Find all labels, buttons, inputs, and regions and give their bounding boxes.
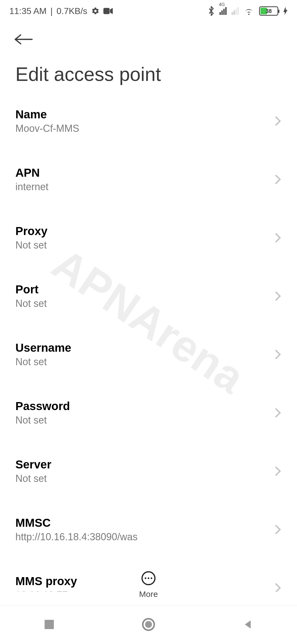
- row-apn[interactable]: APN internet: [0, 157, 297, 201]
- row-value: Moov-Cf-MMS: [15, 123, 79, 134]
- android-nav-bar: [0, 605, 297, 644]
- row-value: Not set: [15, 298, 47, 309]
- row-label: APN: [15, 166, 48, 179]
- signal-4g-icon: 4G: [219, 7, 227, 15]
- status-left: 11:35 AM | 0.7KB/s: [9, 6, 113, 16]
- settings-list: APNArena Name Moov-Cf-MMS APN internet P…: [0, 99, 297, 592]
- row-label: Name: [15, 108, 79, 121]
- row-label: MMSC: [15, 516, 138, 530]
- row-label: Username: [15, 341, 71, 354]
- row-label: Password: [15, 400, 70, 413]
- chevron-right-icon: [274, 349, 282, 360]
- chevron-right-icon: [274, 290, 282, 302]
- battery-percentage: 38: [260, 7, 277, 15]
- chevron-right-icon: [274, 232, 282, 244]
- row-mmsc[interactable]: MMSC http://10.16.18.4:38090/was: [0, 507, 297, 552]
- watermark: APNArena: [43, 238, 254, 403]
- row-label: Proxy: [15, 225, 48, 238]
- row-port[interactable]: Port Not set: [0, 274, 297, 318]
- video-camera-icon: [103, 8, 113, 14]
- charging-bolt-icon: [283, 7, 288, 15]
- row-password[interactable]: Password Not set: [0, 391, 297, 435]
- nav-back-button[interactable]: [242, 619, 254, 631]
- row-label: Server: [15, 458, 51, 471]
- wifi-icon: [244, 7, 254, 15]
- nav-home-button[interactable]: [142, 618, 155, 632]
- battery-icon: 38: [259, 6, 278, 16]
- bottom-toolbar: More: [0, 564, 297, 605]
- status-net-speed: 0.7KB/s: [57, 6, 87, 16]
- chevron-right-icon: [274, 115, 282, 127]
- svg-rect-0: [103, 8, 110, 14]
- network-label: 4G: [219, 2, 225, 7]
- row-value: Not set: [15, 356, 71, 368]
- row-label: Port: [15, 283, 47, 296]
- svg-point-4: [148, 577, 149, 579]
- status-bar: 11:35 AM | 0.7KB/s 4G: [0, 0, 297, 22]
- row-value: http://10.16.18.4:38090/was: [15, 531, 138, 543]
- chevron-right-icon: [274, 465, 282, 477]
- svg-point-8: [145, 621, 152, 628]
- gear-icon: [91, 7, 100, 15]
- row-value: Not set: [15, 414, 70, 426]
- nav-recents-button[interactable]: [43, 619, 55, 631]
- svg-point-3: [145, 577, 146, 579]
- back-arrow-icon[interactable]: [14, 33, 34, 47]
- more-label: More: [139, 590, 158, 599]
- status-separator: |: [50, 6, 53, 16]
- signal-nosim-icon: [232, 7, 239, 15]
- row-username[interactable]: Username Not set: [0, 332, 297, 376]
- status-time: 11:35 AM: [9, 6, 46, 16]
- svg-point-5: [151, 577, 152, 579]
- bluetooth-icon: [208, 6, 215, 16]
- status-right: 4G 38: [208, 6, 288, 16]
- row-server[interactable]: Server Not set: [0, 449, 297, 493]
- row-value: Not set: [15, 473, 51, 484]
- svg-rect-6: [45, 620, 54, 629]
- row-proxy[interactable]: Proxy Not set: [0, 216, 297, 260]
- chevron-right-icon: [274, 524, 282, 535]
- more-button[interactable]: [141, 571, 156, 587]
- chevron-right-icon: [274, 174, 282, 185]
- row-value: Not set: [15, 239, 48, 251]
- app-top-bar: [0, 22, 297, 58]
- row-value: internet: [15, 181, 48, 193]
- page-title: Edit access point: [0, 58, 297, 99]
- row-name[interactable]: Name Moov-Cf-MMS: [0, 99, 297, 143]
- chevron-right-icon: [274, 407, 282, 419]
